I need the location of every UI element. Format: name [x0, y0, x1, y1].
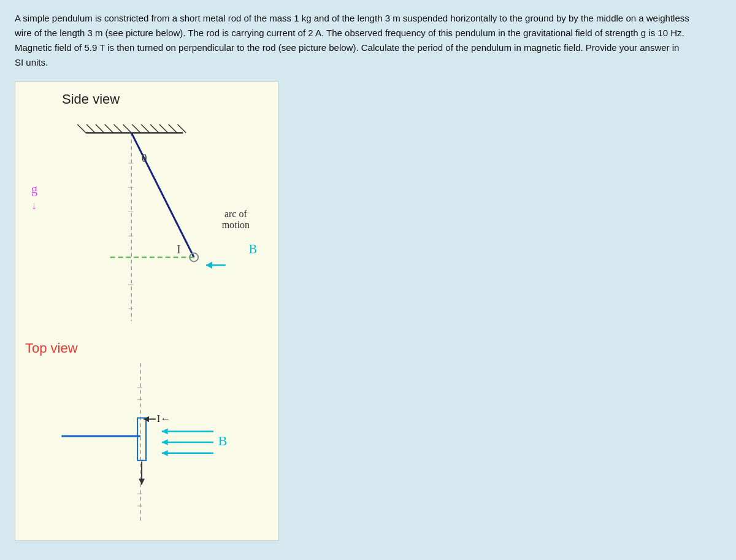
top-view-svg: I← B	[25, 362, 268, 522]
svg-line-9	[150, 125, 159, 133]
top-view-area: I← B	[25, 362, 268, 522]
svg-line-14	[131, 133, 194, 258]
svg-marker-38	[162, 450, 168, 456]
svg-marker-19	[206, 261, 212, 269]
diagram-container: Side view g↓ arc ofmotion B	[15, 81, 278, 541]
svg-line-4	[105, 125, 113, 133]
svg-line-3	[96, 125, 104, 133]
svg-line-11	[169, 125, 177, 133]
top-view-title: Top view	[25, 340, 268, 356]
side-view-svg: θ I	[25, 113, 268, 340]
svg-line-1	[77, 125, 86, 133]
problem-text: A simple pendulum is constricted from a …	[15, 11, 689, 70]
svg-line-8	[141, 125, 150, 133]
svg-rect-29	[137, 418, 146, 460]
svg-line-12	[177, 125, 186, 133]
side-view-title: Side view	[62, 91, 268, 107]
svg-text:I←: I←	[157, 413, 171, 424]
svg-marker-36	[162, 439, 168, 445]
svg-text:I: I	[177, 244, 181, 256]
svg-line-6	[123, 125, 131, 133]
svg-line-5	[114, 125, 123, 133]
svg-line-2	[86, 125, 95, 133]
svg-marker-41	[139, 478, 145, 485]
side-view-area: g↓ arc ofmotion B θ	[25, 113, 268, 340]
svg-marker-34	[162, 428, 168, 434]
svg-line-7	[132, 125, 140, 133]
svg-text:θ: θ	[142, 152, 147, 164]
svg-line-10	[159, 125, 168, 133]
svg-text:B: B	[218, 434, 228, 448]
